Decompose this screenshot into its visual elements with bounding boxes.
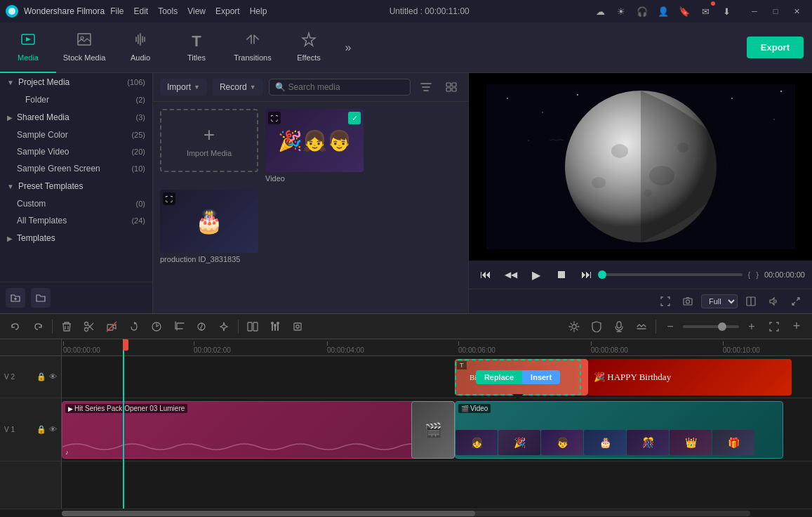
tab-media[interactable]: Media <box>0 22 56 73</box>
bookmark-icon[interactable]: 🔖 <box>676 3 693 20</box>
menu-file[interactable]: File <box>110 6 124 16</box>
redo-button[interactable] <box>28 317 48 336</box>
media-item-production[interactable]: 🎂 ⛶ production ID_3831835 <box>160 190 258 263</box>
add-track-button[interactable]: + <box>787 317 806 336</box>
delete-button[interactable] <box>57 317 76 336</box>
menu-tools[interactable]: Tools <box>158 6 178 16</box>
import-arrow: ▼ <box>194 84 200 91</box>
cut-button[interactable] <box>79 317 99 336</box>
undo-button[interactable] <box>6 317 25 336</box>
download-icon[interactable]: ⬇ <box>718 3 735 20</box>
project-media-header[interactable]: ▼ Project Media (106) <box>0 73 152 91</box>
happy-birthday-clip[interactable]: 🎉 HAPPY Birthday <box>588 359 792 395</box>
shared-media-header[interactable]: ▶ Shared Media (3) <box>0 108 152 126</box>
search-box[interactable]: 🔍 <box>269 79 411 96</box>
maximize-button[interactable]: □ <box>766 4 785 19</box>
play-button[interactable]: ▶ <box>526 265 546 284</box>
color-button[interactable] <box>192 317 211 336</box>
step-back-button[interactable]: ⏮ <box>476 265 495 284</box>
insert-button[interactable]: Insert <box>522 370 560 384</box>
mic-button[interactable] <box>609 317 629 336</box>
tab-effects[interactable]: Effects <box>281 22 337 73</box>
sample-color-item[interactable]: Sample Color (25) <box>0 126 152 143</box>
frame-back-button[interactable]: ◀◀ <box>501 265 521 284</box>
audio-detach-button[interactable] <box>102 317 121 336</box>
main-area: ▼ Project Media (106) Folder (2) ▶ Share… <box>0 73 812 313</box>
sample-video-label: Sample Video <box>17 147 69 157</box>
track-v1-lock[interactable]: 🔒 <box>36 425 46 434</box>
scrollbar-thumb[interactable] <box>62 511 475 516</box>
search-input[interactable] <box>288 82 404 92</box>
ai-enhance-button[interactable] <box>214 317 234 336</box>
main-video-clip[interactable]: ▶ Hit Series Pack Opener 03 Lumiere ♪ <box>62 401 455 459</box>
record-button[interactable]: Record ▼ <box>213 79 263 96</box>
toolbar-more-button[interactable]: » <box>337 22 359 73</box>
folder-item[interactable]: Folder (2) <box>0 91 152 108</box>
sample-green-label: Sample Green Screen <box>17 164 100 174</box>
cloud-icon[interactable]: ☁ <box>592 3 608 20</box>
replace-button[interactable]: Replace <box>476 370 522 384</box>
video-clip-2[interactable]: 🎬 Video 👧 🎉 👦 🎂 🎊 👑 🎁 <box>455 401 783 459</box>
track-v1-eye[interactable]: 👁 <box>49 425 57 434</box>
audio-mixer-button[interactable] <box>265 317 285 336</box>
add-folder-button[interactable] <box>6 288 25 308</box>
expand-preview-button[interactable] <box>787 292 805 310</box>
minimize-button[interactable]: ─ <box>745 4 764 19</box>
mail-icon[interactable]: ✉ <box>697 3 714 20</box>
import-media-area[interactable]: + Import Media <box>160 109 258 172</box>
tab-titles[interactable]: T Titles <box>168 22 225 73</box>
menu-help[interactable]: Help <box>250 6 267 16</box>
media-item-video[interactable]: 🎉👧👦 ✓ ⛶ Video <box>265 109 364 183</box>
split-preview-button[interactable] <box>742 292 760 310</box>
import-button[interactable]: Import ▼ <box>160 79 207 96</box>
timeline-progress[interactable] <box>602 273 743 276</box>
close-button[interactable]: ✕ <box>787 4 806 19</box>
speed-button[interactable] <box>147 317 166 336</box>
project-media-arrow: ▼ <box>7 79 14 86</box>
crop-button[interactable] <box>169 317 189 336</box>
stabilize-button[interactable] <box>288 317 307 336</box>
shield-button[interactable] <box>587 317 606 336</box>
stop-button[interactable]: ⏹ <box>552 265 571 284</box>
zoom-in-button[interactable]: + <box>742 317 761 336</box>
step-forward-button[interactable]: ⏭ <box>577 265 597 284</box>
tab-transitions[interactable]: Transitions <box>225 22 281 73</box>
fullscreen-button[interactable] <box>656 292 674 310</box>
headphones-icon[interactable]: 🎧 <box>634 3 651 20</box>
settings-icon[interactable] <box>564 317 584 336</box>
volume-button[interactable] <box>764 292 783 310</box>
all-templates-item[interactable]: All Templates (24) <box>0 212 152 229</box>
sample-green-screen-item[interactable]: Sample Green Screen (10) <box>0 160 152 177</box>
track-v2-row[interactable]: T Birthday... Replace Insert 🎉 HAPPY Bir… <box>62 356 812 398</box>
sun-icon[interactable]: ☀ <box>613 3 630 20</box>
menu-edit[interactable]: Edit <box>134 6 149 16</box>
track-v1-row[interactable]: ▶ Hit Series Pack Opener 03 Lumiere ♪ 🎬 <box>62 398 812 462</box>
person-icon[interactable]: 👤 <box>655 3 672 20</box>
new-folder-button[interactable] <box>31 288 51 308</box>
titlebar-right: ☁ ☀ 🎧 👤 🔖 ✉ ⬇ ─ □ ✕ <box>592 3 806 20</box>
auto-duck-button[interactable] <box>632 317 651 336</box>
snapshot-button[interactable] <box>679 292 697 310</box>
fit-timeline-button[interactable] <box>764 317 784 336</box>
track-v2-lock[interactable]: 🔒 <box>36 372 46 381</box>
menu-export[interactable]: Export <box>215 6 240 16</box>
quality-select[interactable]: Full 1/2 1/4 <box>701 294 738 308</box>
export-button[interactable]: Export <box>747 37 804 58</box>
grid-view-button[interactable] <box>441 77 461 97</box>
templates-header[interactable]: ▶ Templates <box>0 229 152 247</box>
tab-audio[interactable]: Audio <box>112 22 168 73</box>
zoom-slider[interactable] <box>683 325 739 328</box>
rotate-button[interactable] <box>124 317 144 336</box>
small-clip[interactable]: 🎬 <box>411 401 455 459</box>
track-v2-eye[interactable]: 👁 <box>49 372 57 381</box>
tab-stock-media[interactable]: Stock Media <box>56 22 112 73</box>
preset-templates-header[interactable]: ▼ Preset Templates <box>0 177 152 195</box>
split-clip-button[interactable] <box>243 317 262 336</box>
svg-rect-23 <box>684 299 692 305</box>
sample-video-item[interactable]: Sample Video (20) <box>0 143 152 160</box>
custom-item[interactable]: Custom (0) <box>0 195 152 212</box>
filter-button[interactable] <box>416 77 436 97</box>
menu-view[interactable]: View <box>187 6 206 16</box>
zoom-out-button[interactable]: − <box>660 317 680 336</box>
timeline-scrollbar[interactable] <box>0 509 812 517</box>
